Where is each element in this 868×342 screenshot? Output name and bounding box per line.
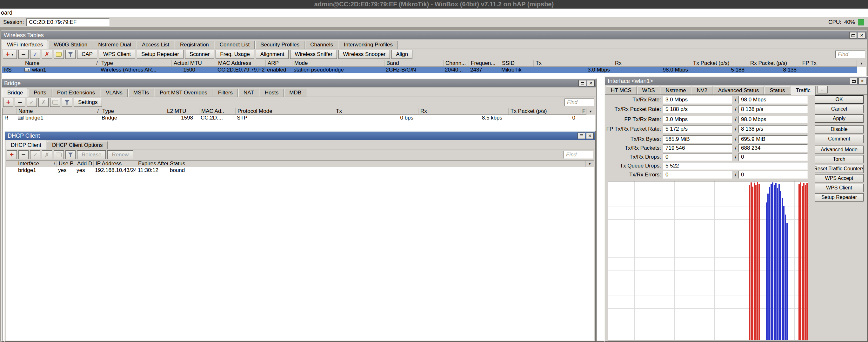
column-fp-tx[interactable]: FP Tx <box>800 60 857 66</box>
reset-traffic-counters-button[interactable]: Reset Traffic Counters <box>815 165 864 173</box>
apply-button[interactable]: Apply <box>815 114 864 123</box>
table-row[interactable]: R bridge1 Bridge 1598 CC:2D:... STP 0 bp… <box>3 115 586 121</box>
disable-button[interactable]: ✗ <box>42 150 52 159</box>
restore-button[interactable] <box>578 133 585 139</box>
column-actual-mtu[interactable]: Actual MTU <box>172 60 216 66</box>
close-button[interactable]: ✕ <box>586 133 594 139</box>
wireless-snooper-button[interactable]: Wireless Snooper <box>338 50 390 59</box>
renew-button[interactable]: Renew <box>107 150 133 159</box>
disable-button[interactable]: ✗ <box>42 50 52 59</box>
tab-filters[interactable]: Filters <box>213 89 238 96</box>
tab-wds[interactable]: WDS <box>637 86 660 94</box>
tab-w60g-station[interactable]: W60G Station <box>49 41 92 49</box>
bridge-window-titlebar[interactable]: Bridge ✕ <box>2 79 596 87</box>
table-row[interactable]: RS wlan1 Wireless (Atheros AR... 1500 CC… <box>2 67 857 73</box>
tab-connect-list[interactable]: Connect List <box>215 41 255 49</box>
column-use-peer-dns[interactable]: Use P... <box>57 161 75 167</box>
restore-button[interactable] <box>579 80 586 86</box>
tab-traffic[interactable]: Traffic <box>791 86 816 95</box>
column-ssid[interactable]: SSID <box>500 60 534 66</box>
table-row[interactable]: bridge1 yes yes 192.168.10.43/24 11:30:1… <box>6 167 585 174</box>
column-tx-packet[interactable]: Tx Packet (p/s) <box>508 108 580 114</box>
release-button[interactable]: Release <box>77 150 106 159</box>
tab-mstis[interactable]: MSTIs <box>128 89 154 96</box>
tab-status[interactable]: Status <box>765 86 790 94</box>
setup-repeater-button[interactable]: Setup Repeater <box>137 50 184 59</box>
column-name[interactable]: Name/ <box>23 60 99 66</box>
column-type[interactable]: Type <box>99 60 172 66</box>
enable-button[interactable]: ✓ <box>27 98 37 107</box>
tab-interworking-profiles[interactable]: Interworking Profiles <box>339 41 398 49</box>
tab-vlans[interactable]: VLANs <box>101 89 128 96</box>
column-mac-address[interactable]: MAC Address <box>216 60 266 66</box>
tab-nat[interactable]: NAT <box>239 89 259 96</box>
freq-usage-button[interactable]: Freq. Usage <box>216 50 254 59</box>
column-selector-button[interactable]: ▼ <box>857 60 866 67</box>
column-mode[interactable]: Mode <box>292 60 384 66</box>
menu-item-partial[interactable]: oard <box>1 9 12 16</box>
column-l2-mtu[interactable]: L2 MTU <box>165 108 199 114</box>
column-add-default-route[interactable]: Add D... <box>75 161 94 167</box>
tab-dhcp-client[interactable]: DHCP Client <box>6 141 46 149</box>
cap-button[interactable]: CAP <box>77 50 97 59</box>
comment-button[interactable] <box>54 50 64 59</box>
enable-button[interactable]: ✓ <box>30 50 40 59</box>
wireless-sniffer-button[interactable]: Wireless Sniffer <box>290 50 337 59</box>
tab-nstreme[interactable]: Nstreme <box>661 86 691 94</box>
advanced-mode-button[interactable]: Advanced Mode <box>815 146 864 154</box>
column-tx-packet[interactable]: Tx Packet (p/s) <box>691 60 748 66</box>
close-button[interactable]: ✕ <box>859 78 866 84</box>
disable-button[interactable]: ✗ <box>38 98 49 107</box>
column-interface[interactable]: Interface/ <box>16 161 57 167</box>
column-rx[interactable]: Rx <box>613 60 691 66</box>
setup-repeater-button[interactable]: Setup Repeater <box>815 193 864 201</box>
cancel-button[interactable]: Cancel <box>815 105 864 113</box>
tab-access-list[interactable]: Access List <box>137 41 174 49</box>
disable-button[interactable]: Disable <box>815 125 864 134</box>
column-arp[interactable]: ARP <box>266 60 292 66</box>
tab-ht-mcs[interactable]: HT MCS <box>606 86 637 94</box>
alignment-button[interactable]: Alignment <box>256 50 289 59</box>
column-band[interactable]: Band <box>384 60 443 66</box>
column-tx[interactable]: Tx <box>534 60 613 66</box>
find-input[interactable]: Find <box>835 51 865 58</box>
column-status[interactable]: Status <box>168 161 206 167</box>
filter-button[interactable] <box>65 50 75 59</box>
tab-port-extensions[interactable]: Port Extensions <box>52 89 100 96</box>
tab-mdb[interactable]: MDB <box>284 89 306 96</box>
settings-button[interactable]: Settings <box>74 98 102 107</box>
add-button[interactable]: + <box>7 150 17 159</box>
tab-nv2[interactable]: NV2 <box>692 86 712 94</box>
column-mac-address[interactable]: MAC Ad.. <box>199 108 236 114</box>
comment-button[interactable]: Comment <box>815 135 864 143</box>
column-tx[interactable]: Tx <box>334 108 418 114</box>
comment-button[interactable] <box>50 98 60 107</box>
scanner-button[interactable]: Scanner <box>185 50 214 59</box>
remove-button[interactable]: − <box>19 50 29 59</box>
tab-hosts[interactable]: Hosts <box>260 89 283 96</box>
column-selector-button[interactable]: ▼ <box>586 108 595 115</box>
tab-nstreme-dual[interactable]: Nstreme Dual <box>93 41 136 49</box>
column-rx[interactable]: Rx <box>418 108 508 114</box>
column-name[interactable]: Name/ <box>17 108 100 114</box>
tab-wifi-interfaces[interactable]: WiFi Interfaces <box>2 40 48 49</box>
session-input[interactable]: CC:2D:E0:79:79:EF <box>26 19 110 26</box>
tab-security-profiles[interactable]: Security Profiles <box>255 41 305 49</box>
tab-ports[interactable]: Ports <box>29 89 52 96</box>
tab-registration[interactable]: Registration <box>175 41 214 49</box>
column-type[interactable]: Type <box>100 108 165 114</box>
app-window-titlebar[interactable]: admin@CC:2D:E0:79:79:EF (MikroTik) - Win… <box>0 0 868 8</box>
find-input[interactable]: Find <box>564 98 594 106</box>
dhcp-window-titlebar[interactable]: DHCP Client ✕ <box>5 132 595 140</box>
tab-channels[interactable]: Channels <box>305 41 338 49</box>
comment-button[interactable] <box>54 150 64 159</box>
remove-button[interactable]: − <box>19 150 29 159</box>
add-button[interactable]: + <box>3 98 13 107</box>
column-rx-packet[interactable]: Rx Packet (p/s) <box>748 60 800 66</box>
enable-button[interactable]: ✓ <box>30 150 40 159</box>
wps-client-button[interactable]: WPS Client <box>815 184 864 192</box>
column-expires-after[interactable]: Expires After <box>136 161 168 167</box>
column-protocol-mode[interactable]: Protocol Mode <box>236 108 334 114</box>
tab-bridge[interactable]: Bridge <box>2 88 28 97</box>
column-frequency[interactable]: Frequen... <box>469 60 500 66</box>
